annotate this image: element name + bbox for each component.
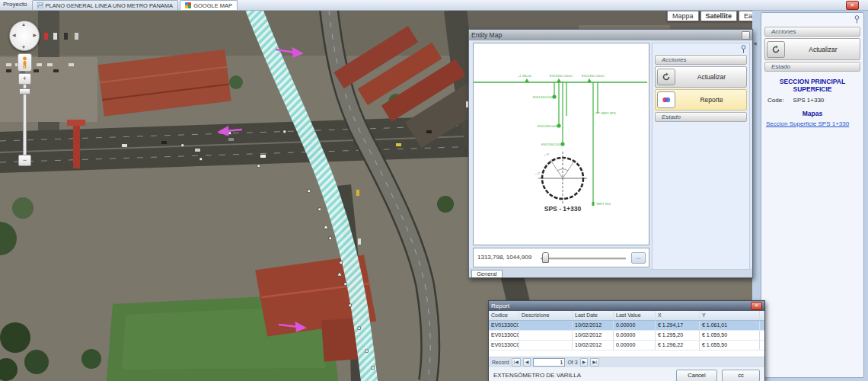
table-row[interactable]: EV01330C001010/02/20120.00000€ 1.295,20€… <box>489 331 764 341</box>
column-header[interactable]: Last Date <box>573 311 614 320</box>
entity-map-titlebar[interactable]: Entity Map <box>469 30 752 40</box>
report-table-body: EV01330C000310/02/20120.00000€ 1.294,17€… <box>489 321 764 351</box>
table-row[interactable]: EV01330C001510/02/20120.00000€ 1.296,22€… <box>489 341 764 351</box>
collapse-sidebar-icon[interactable]: ◀ <box>753 40 757 46</box>
instrument-label: EXTENSÓMETRO DE VARILLA <box>493 372 581 379</box>
section-schematic: +1 330,00 EV01330 C0010 EV01330 C0015 <box>474 43 647 243</box>
cc-button[interactable]: cc <box>722 370 760 381</box>
table-cell: EV01330C0015 <box>489 341 519 350</box>
schematic-node-label: EV01330C0003 <box>533 95 555 99</box>
table-cell: € 1.294,17 <box>656 321 700 330</box>
map-pan-control[interactable]: ▲ ▼ ◀ ▶ <box>9 21 40 51</box>
code-value: SPS 1+330 <box>793 97 825 104</box>
table-cell: € 1.296,22 <box>656 341 700 350</box>
estado-header: Estado <box>655 112 747 122</box>
section-map-link[interactable]: Seccion Superficie SPS 1+330 <box>766 120 863 127</box>
zoom-in-button[interactable]: + <box>18 73 31 85</box>
section-title: SECCION PRINCIPAL SUPERFICIE <box>761 78 863 93</box>
map-type-mappa[interactable]: Mappa <box>667 11 699 21</box>
entity-map-action-panel: Acciones Actualizar Reporte Estado <box>652 43 750 270</box>
code-label: Code: <box>767 97 783 104</box>
application-window: Proyecto PLANO GENERAL LINEA UNO METRO P… <box>0 0 868 381</box>
table-cell: € 1.295,20 <box>656 331 700 340</box>
record-number-input[interactable] <box>533 358 565 367</box>
column-header[interactable]: X <box>656 311 700 320</box>
column-header[interactable]: Descrizione <box>519 311 573 320</box>
section-schematic-canvas[interactable]: +1 330,00 EV01330 C0010 EV01330 C0015 <box>473 43 649 245</box>
pan-left-icon[interactable]: ◀ <box>12 32 16 37</box>
tunnel-section-symbol: —▽ —▽ <box>535 152 587 205</box>
mapas-header: Mapas <box>761 110 863 117</box>
section-label: SPS - 1+330 <box>544 205 582 213</box>
tab-label: GOOGLE MAP <box>193 2 232 9</box>
table-cell <box>519 321 573 330</box>
entity-map-slider-track[interactable] <box>541 258 626 260</box>
pin-icon[interactable] <box>854 15 860 24</box>
table-cell: 10/02/2012 <box>573 321 614 330</box>
schematic-vert-label: VERT SPS <box>601 111 616 115</box>
table-cell: € 1.055,50 <box>700 341 760 350</box>
refresh-icon <box>657 69 675 85</box>
column-header[interactable]: Last Value <box>614 311 656 320</box>
zoom-slider-thumb[interactable] <box>19 88 30 94</box>
map-type-switcher: Mappa Satellite Earth <box>667 11 766 21</box>
record-label: Record <box>492 360 509 365</box>
cancel-button[interactable]: Cancel <box>676 370 717 381</box>
google-map-icon <box>185 2 191 8</box>
entity-map-window: Entity Map +1 330,00 EV01330 C0010 EV013… <box>468 29 753 278</box>
zoom-out-button[interactable]: − <box>18 155 31 166</box>
section-code: Code: SPS 1+330 <box>767 97 863 104</box>
record-of-label: Of 3 <box>567 360 577 365</box>
acciones-header: Acciones <box>764 27 860 37</box>
tab-label: PLANO GENERAL LINEA UNO METRO PANAMA <box>46 2 174 9</box>
table-cell: € 1.061,01 <box>700 321 760 330</box>
report-table-header: CodiceDescrizioneLast DateLast ValueXY <box>489 311 764 321</box>
schematic-top-label: EV01330 C0010 <box>550 74 573 78</box>
tab-general[interactable]: General <box>471 270 503 277</box>
close-window-button[interactable]: ✕ <box>846 1 859 10</box>
actualizar-button[interactable]: Actualizar <box>764 38 860 60</box>
table-cell: EV01330C0003 <box>489 321 519 330</box>
schematic-node-label: EV01330C0015 <box>541 142 563 146</box>
pan-right-icon[interactable]: ▶ <box>33 32 37 37</box>
menu-proyecto[interactable]: Proyecto <box>0 0 32 10</box>
table-cell: 0.00000 <box>614 341 656 350</box>
next-record-button[interactable]: ▶ <box>580 358 589 367</box>
street-view-pegman[interactable] <box>18 53 32 72</box>
pan-up-icon[interactable]: ▲ <box>21 22 26 27</box>
actualizar-button[interactable]: Actualizar <box>655 66 747 88</box>
window-option-icon[interactable] <box>742 31 750 40</box>
schematic-top-label: EV01330 C0015 <box>582 74 605 78</box>
map-type-satellite[interactable]: Satellite <box>700 11 738 21</box>
first-record-button[interactable]: |◀ <box>512 358 521 367</box>
reporte-button[interactable]: Reporte <box>655 89 747 110</box>
report-footer: EXTENSÓMETRO DE VARILLA Cancel cc <box>489 367 764 381</box>
pin-icon[interactable] <box>740 45 747 53</box>
report-title: Report <box>491 303 509 309</box>
tab-google-map[interactable]: GOOGLE MAP <box>180 0 238 10</box>
pegman-icon <box>21 56 28 69</box>
report-close-button[interactable]: ✕ <box>751 302 762 310</box>
report-titlebar[interactable]: Report ✕ <box>489 301 764 311</box>
actualizar-label: Actualizar <box>787 46 860 53</box>
column-header[interactable]: Codice <box>489 311 519 320</box>
zoom-slider-track[interactable] <box>23 84 27 155</box>
table-cell: 10/02/2012 <box>573 331 614 340</box>
section-info-panel: Acciones Actualizar Estado SECCION PRINC… <box>761 12 864 378</box>
schematic-depth-label: VERT S13 <box>596 202 611 206</box>
table-row[interactable]: EV01330C000310/02/20120.00000€ 1.294,17€… <box>489 321 764 331</box>
refresh-icon <box>767 41 785 58</box>
table-cell <box>519 331 573 340</box>
prev-record-button[interactable]: ◀ <box>523 358 531 367</box>
column-header[interactable]: Y <box>700 311 760 320</box>
pan-down-icon[interactable]: ▼ <box>21 45 26 50</box>
table-cell: € 1.059,50 <box>700 331 760 340</box>
last-record-button[interactable]: ▶| <box>590 358 599 367</box>
tab-plano-general[interactable]: PLANO GENERAL LINEA UNO METRO PANAMA <box>32 0 179 10</box>
more-options-button[interactable]: ... <box>631 252 646 264</box>
entity-map-slider-thumb[interactable] <box>542 252 549 263</box>
coordinate-bar: 1313,798, 1044,909 ... <box>473 248 649 267</box>
entity-map-title: Entity Map <box>471 31 502 39</box>
right-sidebar: ◀ Acciones Actualizar Estado SECCION PRI… <box>752 10 868 381</box>
report-table: CodiceDescrizioneLast DateLast ValueXY E… <box>489 311 764 357</box>
